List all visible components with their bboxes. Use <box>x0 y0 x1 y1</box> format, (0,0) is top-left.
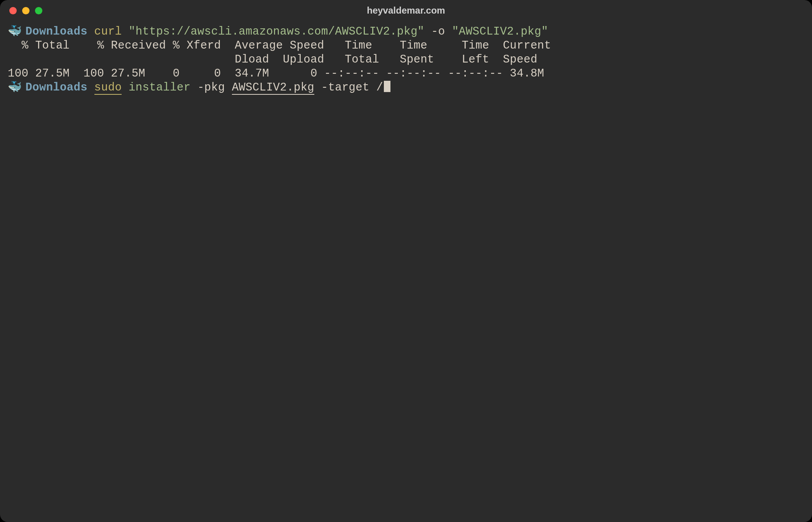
target-flag: -target <box>321 81 369 94</box>
curl-url: "https://awscli.amazonaws.com/AWSCLIV2.p… <box>129 25 424 38</box>
curl-header-1: % Total % Received % Xferd Average Speed… <box>8 39 551 52</box>
traffic-lights <box>9 7 42 14</box>
window-title: heyvaldemar.com <box>0 5 812 16</box>
prompt-dir: Downloads <box>26 81 87 94</box>
curl-progress-row: 100 27.5M 100 27.5M 0 0 34.7M 0 --:--:--… <box>8 67 544 80</box>
terminal-window: heyvaldemar.com 🐳 Downloads curl "https:… <box>0 0 812 522</box>
curl-header-2: Dload Upload Total Spent Left Speed <box>8 53 537 66</box>
target-arg: / <box>376 81 383 94</box>
maximize-icon[interactable] <box>35 7 42 14</box>
curl-out-file: "AWSCLIV2.pkg" <box>452 25 548 38</box>
prompt-whale-icon: 🐳 <box>8 81 19 95</box>
pkg-arg: AWSCLIV2.pkg <box>232 81 314 95</box>
curl-o-flag: -o <box>431 25 445 38</box>
cmd-curl: curl <box>94 25 122 38</box>
cmd-installer: installer <box>129 81 190 94</box>
close-icon[interactable] <box>9 7 17 14</box>
minimize-icon[interactable] <box>22 7 30 14</box>
prompt-dir: Downloads <box>26 25 87 38</box>
prompt-whale-icon: 🐳 <box>8 25 19 39</box>
pkg-flag: -pkg <box>197 81 225 94</box>
cursor-icon <box>384 81 390 92</box>
titlebar: heyvaldemar.com <box>0 0 812 21</box>
cmd-sudo: sudo <box>94 81 122 95</box>
terminal-body[interactable]: 🐳 Downloads curl "https://awscli.amazona… <box>0 21 812 522</box>
